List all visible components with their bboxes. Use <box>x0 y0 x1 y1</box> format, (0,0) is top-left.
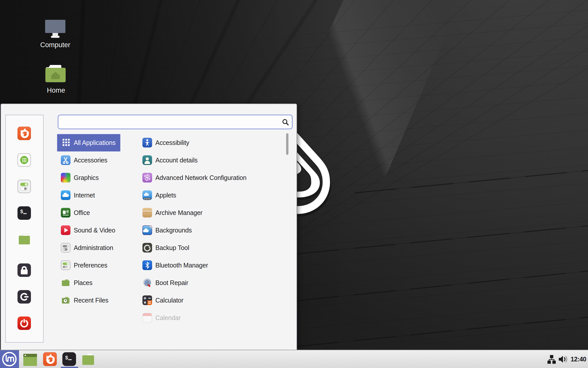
svg-text:$: $ <box>20 209 23 214</box>
svg-text:$: $ <box>65 355 68 360</box>
